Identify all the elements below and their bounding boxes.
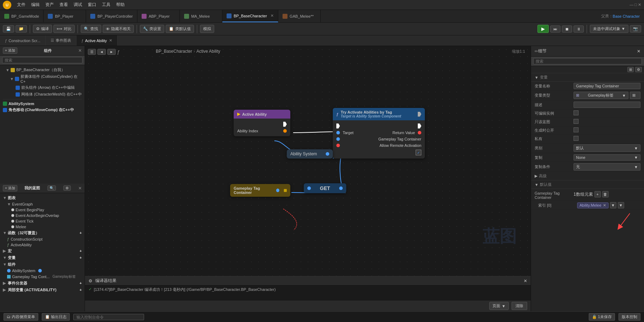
debug-target-select[interactable]: 未选中调试对象 ▼	[590, 25, 628, 33]
diff-button[interactable]: ⟺ 对比	[53, 25, 75, 33]
compile-button[interactable]: ⚙ 编译	[33, 25, 52, 33]
variable-name-input[interactable]	[574, 83, 640, 89]
clear-button[interactable]: 清除	[512, 302, 527, 310]
bp-section-variables[interactable]: ▼ 变量 +	[0, 254, 85, 261]
class-defaults-button[interactable]: 📋 类默认值	[166, 25, 194, 33]
add-variable-button[interactable]: +	[80, 255, 82, 260]
add-component-button[interactable]: + 添加	[3, 47, 17, 54]
tree-item-root[interactable]: ▼ BP_BaseCharacter（自我）	[0, 67, 85, 73]
add-macro-button[interactable]: +	[80, 249, 82, 253]
details-close[interactable]: ✕	[637, 49, 640, 54]
sec-tab-active-close[interactable]: ✕	[109, 38, 112, 43]
bp-event-tick[interactable]: Event Tick	[0, 218, 85, 224]
array-add-button[interactable]: +	[594, 191, 601, 197]
bp-gameplay-tag-var[interactable]: Gameplay Tag Cont... Gameplay标签	[0, 274, 85, 280]
canvas-back[interactable]: ◄	[97, 49, 106, 55]
type-modifier-button[interactable]: ⊞	[630, 92, 640, 99]
bp-construction[interactable]: ƒ ConstructionScript	[0, 236, 85, 242]
variables-section-header[interactable]: ▼ 变量	[531, 73, 644, 82]
blueprint-options-button[interactable]: ⚙	[63, 185, 71, 191]
default-value-section-header[interactable]: ▼ 默认值	[531, 180, 644, 189]
settings-view-button[interactable]: ⚙	[635, 67, 642, 72]
bp-event-melee[interactable]: Melee	[0, 224, 85, 230]
blueprint-canvas[interactable]: ☰ ◄ ► ƒ BP_BaseCharacter › Active Abilit…	[85, 46, 531, 276]
blueprint-search-button[interactable]: 🔍	[47, 185, 56, 191]
gtc-out-pin[interactable]	[276, 189, 279, 192]
menu-window[interactable]: 窗口	[88, 2, 96, 8]
private-checkbox[interactable]	[574, 136, 579, 141]
category-dropdown[interactable]: 默认 ▼	[574, 144, 640, 152]
replication-dropdown[interactable]: None ▼	[574, 154, 640, 161]
add-blueprint-button[interactable]: + 添加	[3, 185, 17, 191]
node-ability-system[interactable]: Ability System	[287, 149, 333, 159]
type-dropdown[interactable]: ⊞ Gameplay标签 ▼	[574, 92, 628, 99]
get-in-pin[interactable]	[307, 186, 311, 190]
tab-abp[interactable]: ABP_Player	[137, 10, 180, 22]
bp-section-components-sub[interactable]: ▼ 组件	[0, 261, 85, 268]
tag-dropdown-button[interactable]: ▼	[610, 202, 616, 208]
ability-system-out-pin[interactable]	[326, 152, 329, 156]
node-try-activate[interactable]: ƒ Try Activate Abilities by Tag Target i…	[333, 108, 425, 159]
sec-tab-eventgraph[interactable]: ☰ 事件图表	[46, 35, 76, 46]
step-button[interactable]: ⏭	[550, 25, 560, 33]
array-remove-button[interactable]: 🗑	[602, 191, 609, 197]
public-spawn-checkbox[interactable]	[574, 127, 579, 132]
desc-input[interactable]	[574, 102, 640, 108]
browse-button[interactable]: 📁	[16, 25, 27, 33]
menu-debug[interactable]: 调试	[74, 2, 82, 8]
page-button[interactable]: 页面 ▼	[489, 302, 509, 310]
add-dispatcher-button[interactable]: +	[80, 281, 82, 285]
camera-button[interactable]: 📷	[630, 25, 641, 33]
bp-section-macros[interactable]: ▶ 宏 +	[0, 248, 85, 254]
node-active-ability[interactable]: ▶ Active Ability Ability Index	[234, 110, 290, 136]
tab-base-close[interactable]: ✕	[270, 13, 274, 18]
tab-base-character[interactable]: BP_BaseCharacter ✕	[222, 10, 278, 22]
version-control-button[interactable]: 版本控制	[619, 313, 640, 321]
tab-gamemode[interactable]: BP_GameMode	[0, 10, 44, 22]
node-gameplay-tag-container[interactable]: Gameplay Tag Container ⊞	[230, 184, 290, 197]
bp-readonly-checkbox[interactable]	[574, 119, 579, 124]
bp-ability-system-var[interactable]: AbilitySystem	[0, 268, 85, 274]
try-activate-target-in[interactable]	[336, 131, 340, 134]
bottom-panel-close[interactable]: ✕	[524, 278, 527, 283]
tab-gab[interactable]: GAB_Melee**	[278, 10, 321, 22]
save-button[interactable]: 💾	[3, 25, 14, 33]
unsaved-button[interactable]: 🔒 1未保存	[589, 313, 615, 321]
console-input[interactable]	[73, 314, 144, 320]
menu-tools[interactable]: 工具	[102, 2, 110, 8]
tab-player[interactable]: BP_Player	[44, 10, 86, 22]
ability-index-pin[interactable]	[283, 129, 287, 133]
node-get[interactable]: GET	[304, 183, 346, 193]
tree-item-capsule[interactable]: ▼ 胶囊体组件 (CollisionCylinder) 在C+	[0, 73, 85, 84]
bp-active-ability[interactable]: ƒ ActiveAbility	[0, 242, 85, 248]
details-search-input[interactable]	[533, 58, 642, 64]
simulate-button[interactable]: 模拟	[200, 25, 214, 33]
try-activate-allow-in[interactable]	[336, 144, 340, 147]
menu-assets[interactable]: 资产	[45, 2, 54, 8]
remove-tag-button[interactable]: ✕	[603, 203, 606, 208]
get-out-pin[interactable]	[339, 186, 343, 190]
tree-item-char-move[interactable]: 角色移动 (CharMoveComp) 在C++中	[0, 107, 85, 113]
menu-edit[interactable]: 编辑	[31, 2, 40, 8]
content-drawer-button[interactable]: 🗂 内容侧滑菜单	[4, 313, 38, 321]
canvas-forward[interactable]: ►	[107, 49, 116, 55]
canvas-hamburger[interactable]: ☰	[88, 49, 96, 55]
try-activate-gtc-in[interactable]	[336, 137, 340, 141]
pause-button[interactable]: ⏸	[574, 25, 584, 33]
tab-controller[interactable]: BP_PlayerController	[86, 10, 137, 22]
components-search-input[interactable]	[2, 57, 82, 63]
add-function-button[interactable]: +	[80, 231, 82, 235]
tab-ma-melee[interactable]: MA_Melee	[180, 10, 222, 22]
tree-item-ability-system[interactable]: AbilitySystem	[0, 101, 85, 107]
try-activate-return-pin[interactable]	[418, 131, 421, 134]
bp-section-dispatchers[interactable]: ▶ 事件分发器 +	[0, 280, 85, 287]
my-blueprints-close[interactable]: ✕	[78, 186, 82, 191]
search-button[interactable]: 🔍 查找	[81, 25, 101, 33]
bp-event-beginplay[interactable]: Event BeginPlay	[0, 207, 85, 213]
tag-collapse-button[interactable]: ▼	[618, 202, 624, 208]
menu-file[interactable]: 文件	[17, 2, 25, 8]
try-activate-exec-expand[interactable]	[418, 112, 421, 117]
table-view-button[interactable]: ⊞	[627, 67, 634, 72]
class-settings-button[interactable]: 🔧 类设置	[140, 25, 164, 33]
menu-help[interactable]: 帮助	[116, 2, 125, 8]
